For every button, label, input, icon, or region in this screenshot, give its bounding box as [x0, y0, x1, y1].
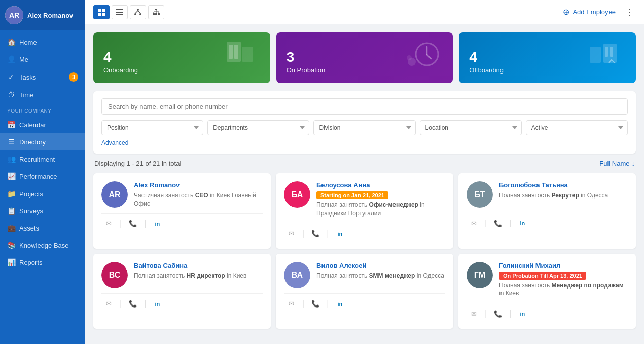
sidebar-item-calendar[interactable]: 📅 Calendar: [0, 116, 85, 133]
employee-info: Голинский Михаил On Probation Till Apr 1…: [499, 262, 628, 298]
probation-card[interactable]: 3 On Probation: [276, 32, 453, 83]
search-area: Position Departments Division Location A…: [93, 91, 636, 154]
svg-point-7: [137, 9, 139, 11]
email-action-icon[interactable]: ✉: [467, 216, 481, 231]
phone-action-icon[interactable]: 📞: [308, 297, 323, 311]
list-view-button[interactable]: [112, 5, 128, 19]
sidebar-item-tasks[interactable]: ✓ Tasks 3: [0, 68, 85, 86]
svg-rect-13: [153, 13, 155, 15]
employee-name[interactable]: Боголюбова Татьяна: [499, 181, 628, 189]
sidebar-item-home[interactable]: 🏠 Home: [0, 33, 85, 51]
email-action-icon[interactable]: ✉: [101, 217, 116, 231]
employee-avatar: БА: [284, 181, 310, 208]
sidebar-item-recruitment[interactable]: 👥 Recruitment: [0, 150, 85, 168]
linkedin-action-icon[interactable]: in: [150, 217, 164, 231]
sidebar-item-label: Reports: [19, 259, 43, 266]
sidebar-item-performance[interactable]: 📈 Performance: [0, 168, 85, 185]
employee-top: БА Белоусова Анна Starting on Jan 21, 20…: [284, 181, 445, 218]
email-action-icon[interactable]: ✉: [467, 307, 481, 321]
employee-info: Вайтова Сабина Полная занятость HR дирек…: [134, 262, 263, 280]
advanced-link[interactable]: Advanced: [101, 139, 128, 146]
more-options-button[interactable]: ⋮: [623, 5, 636, 20]
offboarding-card[interactable]: 4 Offboarding: [459, 32, 636, 83]
svg-rect-6: [116, 14, 123, 15]
svg-rect-14: [155, 13, 157, 15]
departments-filter[interactable]: Departments: [207, 120, 309, 135]
employee-name[interactable]: Вилов Алексей: [316, 262, 445, 270]
linkedin-action-icon[interactable]: in: [515, 307, 529, 321]
phone-action-icon[interactable]: 📞: [491, 307, 505, 321]
sidebar-item-me[interactable]: 👤 Me: [0, 51, 85, 68]
sidebar-item-reports[interactable]: 📊 Reports: [0, 254, 85, 271]
sidebar-item-surveys[interactable]: 📋 Surveys: [0, 202, 85, 219]
search-input[interactable]: [101, 98, 628, 115]
employee-actions: ✉ | 📞 | in: [467, 213, 628, 231]
sidebar-username: Alex Romanov: [27, 12, 73, 19]
position-filter[interactable]: Position: [101, 120, 203, 135]
employee-name[interactable]: Alex Romanov: [134, 181, 263, 189]
sidebar-item-label: Performance: [19, 173, 57, 180]
employee-name[interactable]: Голинский Михаил: [499, 262, 628, 270]
time-icon: ⏱: [7, 91, 15, 99]
svg-point-9: [139, 13, 141, 15]
phone-action-icon[interactable]: 📞: [126, 217, 140, 231]
action-separator: |: [327, 230, 329, 238]
employees-grid: AR Alex Romanov Частичная занятость CEO …: [93, 173, 636, 329]
employee-avatar: БТ: [467, 181, 493, 208]
svg-line-27: [427, 55, 431, 59]
employee-badge: On Probation Till Apr 13, 2021: [499, 272, 586, 280]
phone-action-icon[interactable]: 📞: [126, 297, 140, 311]
location-filter[interactable]: Location: [420, 120, 522, 135]
employee-info: Белоусова Анна Starting on Jan 21, 2021 …: [316, 181, 445, 218]
onboarding-card[interactable]: 4 Onboarding: [93, 32, 270, 83]
svg-point-8: [134, 13, 136, 15]
email-action-icon[interactable]: ✉: [101, 297, 116, 311]
employee-card: ГМ Голинский Михаил On Probation Till Ap…: [458, 254, 636, 329]
reports-icon: 📊: [7, 258, 15, 266]
sidebar-item-projects[interactable]: 📁 Projects: [0, 185, 85, 202]
add-employee-button[interactable]: ⊕ Add Employee: [558, 4, 621, 20]
linkedin-action-icon[interactable]: in: [333, 226, 347, 241]
employee-role: Полная занятость HR директор in Киев: [134, 272, 263, 280]
sidebar-item-time[interactable]: ⏱ Time: [0, 86, 85, 103]
sidebar-item-label: Home: [19, 39, 37, 46]
email-action-icon[interactable]: ✉: [284, 226, 298, 241]
grid-view-button[interactable]: [93, 5, 110, 19]
employee-avatar: ГМ: [467, 262, 493, 288]
sort-button[interactable]: Full Name ↓: [599, 160, 635, 167]
linkedin-action-icon[interactable]: in: [150, 297, 164, 311]
phone-action-icon[interactable]: 📞: [491, 216, 505, 231]
svg-rect-3: [102, 13, 105, 16]
action-separator: |: [302, 230, 304, 238]
sidebar-item-label: Time: [19, 91, 33, 99]
filter-row: Position Departments Division Location A…: [101, 120, 628, 135]
employee-actions: ✉ | 📞 | in: [284, 293, 445, 311]
svg-rect-12: [155, 9, 157, 10]
linkedin-action-icon[interactable]: in: [333, 297, 347, 311]
action-separator: |: [120, 300, 122, 308]
sidebar-item-directory[interactable]: ☰ Directory: [0, 133, 85, 150]
org-view-button-2[interactable]: [148, 5, 164, 19]
employee-actions: ✉ | 📞 | in: [467, 303, 628, 321]
sidebar-item-label: Surveys: [19, 207, 43, 215]
action-separator: |: [144, 220, 146, 228]
status-filter[interactable]: Active: [526, 120, 628, 135]
employee-role: Частичная занятость CEO in Киев Главный …: [134, 191, 263, 208]
user-avatar: AR: [5, 6, 23, 24]
email-action-icon[interactable]: ✉: [284, 297, 298, 311]
surveys-icon: 📋: [7, 207, 15, 215]
content-area: 4 Onboarding 3 On Probation: [85, 24, 644, 344]
svg-rect-0: [98, 9, 101, 12]
linkedin-action-icon[interactable]: in: [515, 216, 529, 231]
org-view-button-1[interactable]: [130, 5, 146, 19]
employee-name[interactable]: Вайтова Сабина: [134, 262, 263, 270]
sidebar-header: AR Alex Romanov: [0, 0, 85, 30]
svg-rect-32: [605, 47, 608, 57]
division-filter[interactable]: Division: [313, 120, 415, 135]
sidebar-item-knowledge-base[interactable]: 📚 Knowledge Base: [0, 237, 85, 254]
employee-card: ВА Вилов Алексей Полная занятость SMM ме…: [276, 254, 453, 329]
employee-name[interactable]: Белоусова Анна: [316, 181, 445, 189]
sidebar-item-assets[interactable]: 💼 Assets: [0, 219, 85, 237]
onboarding-illustration: [217, 36, 262, 79]
phone-action-icon[interactable]: 📞: [308, 226, 323, 241]
